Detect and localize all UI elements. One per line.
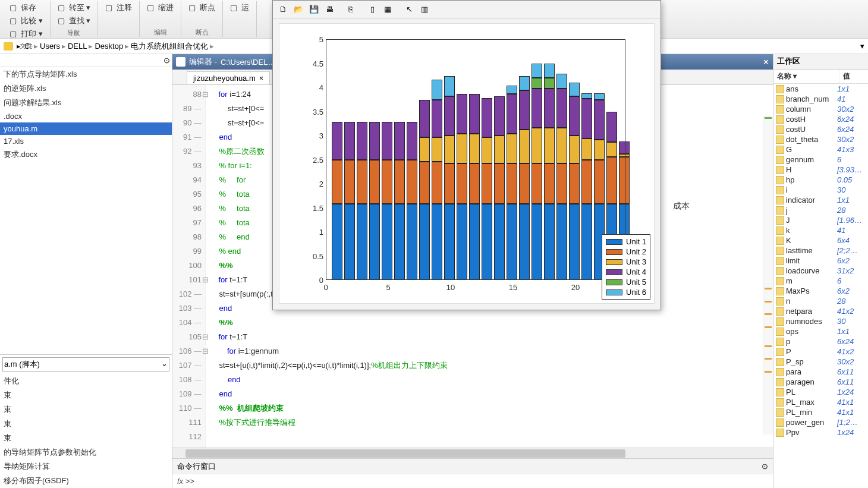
workspace-variable-row[interactable]: netpara41x2 <box>773 306 868 316</box>
insert-colorbar-icon[interactable]: ▯ <box>366 3 379 16</box>
outline-item[interactable]: 件化 <box>0 374 172 388</box>
bar-column[interactable] <box>357 122 367 280</box>
new-figure-icon[interactable]: 🗋 <box>276 3 290 16</box>
workspace-variable-row[interactable]: MaxPs6x2 <box>773 286 868 296</box>
workspace-variable-row[interactable]: n28 <box>773 296 868 306</box>
workspace-variable-row[interactable]: numnodes30 <box>773 316 868 326</box>
workspace-variable-row[interactable]: paragen6x11 <box>773 377 868 387</box>
workspace-variable-row[interactable]: m6 <box>773 276 868 286</box>
workspace-variable-row[interactable]: K6x4 <box>773 235 868 245</box>
bar-column[interactable] <box>419 100 430 280</box>
link-plot-icon[interactable]: ⎘ <box>344 3 357 16</box>
workspace-variable-row[interactable]: lasttime[2;2… <box>773 245 868 256</box>
drive-chevron[interactable]: ▸ <box>17 42 21 51</box>
workspace-variable-row[interactable]: indicator1x1 <box>773 195 868 205</box>
legend-entry[interactable]: Unit 1 <box>606 237 646 247</box>
bar-column[interactable] <box>532 64 542 280</box>
run-button[interactable]: ▢运 <box>228 1 251 14</box>
find-button[interactable]: ▢查找 ▾ <box>55 14 93 27</box>
workspace-variable-row[interactable]: i30 <box>773 185 868 195</box>
outline-item[interactable]: 导纳矩阵计算 <box>0 459 172 474</box>
bar-column[interactable] <box>344 122 355 280</box>
file-item[interactable]: 17.xls <box>0 135 172 147</box>
bar-column[interactable] <box>581 93 592 280</box>
bar-column[interactable] <box>556 74 567 280</box>
workspace-var-list[interactable]: ans1x1branch_num41column30x2costH6x24cos… <box>773 84 868 488</box>
legend-entry[interactable]: Unit 3 <box>606 257 646 267</box>
workspace-variable-row[interactable]: j28 <box>773 205 868 215</box>
file-item[interactable]: 要求.docx <box>0 147 172 162</box>
cmd-menu-icon[interactable]: ⊙ <box>762 462 768 471</box>
workspace-variable-row[interactable]: dot_theta30x2 <box>773 134 868 144</box>
outline-item[interactable]: 束 <box>0 431 172 445</box>
outline-item[interactable]: 移分布因子(GSDF) <box>0 474 172 488</box>
file-item[interactable]: .docx <box>0 110 172 122</box>
file-item[interactable]: 的逆矩阵.xls <box>0 81 172 96</box>
addr-dropdown-icon[interactable]: ▾ <box>860 42 864 51</box>
workspace-variable-row[interactable]: P_sp30x2 <box>773 357 868 367</box>
tab-close-icon[interactable]: × <box>259 74 264 83</box>
legend-entry[interactable]: Unit 4 <box>606 267 646 277</box>
workspace-variable-row[interactable]: gennum6 <box>773 155 868 165</box>
bar-column[interactable] <box>444 76 455 280</box>
workspace-variable-row[interactable]: power_gen[1;2… <box>773 417 868 427</box>
editor-close-button[interactable]: ✕ <box>763 58 769 67</box>
script-selector[interactable]: a.m (脚本) ⌄ <box>2 357 169 371</box>
workspace-variable-row[interactable]: G41x3 <box>773 144 868 155</box>
bar-column[interactable] <box>494 96 505 280</box>
file-item[interactable]: 下的节点导纳矩阵.xls <box>0 67 172 81</box>
workspace-variable-row[interactable]: PL_max41x1 <box>773 397 868 407</box>
compare-button[interactable]: ▢比较 ▾ <box>7 14 45 27</box>
bar-column[interactable] <box>457 94 467 280</box>
command-prompt[interactable]: fx >> <box>172 474 773 488</box>
figure-canvas[interactable]: 00.511.522.533.544.55 05101520 Unit 1Uni… <box>279 23 655 304</box>
bar-column[interactable] <box>369 122 380 280</box>
bar-column[interactable] <box>507 86 517 280</box>
insert-legend-icon[interactable]: ▦ <box>381 3 394 16</box>
workspace-variable-row[interactable]: hp0.05 <box>773 175 868 185</box>
bar-column[interactable] <box>519 76 530 280</box>
editor-tab[interactable]: jizuzuheyouhua.m × <box>187 71 270 84</box>
print-figure-icon[interactable]: 🖶 <box>323 3 336 16</box>
save-button[interactable]: ▢保存 <box>7 1 45 14</box>
workspace-variable-row[interactable]: J[1.96… <box>773 215 868 225</box>
breadcrumb-item[interactable]: 电力系统机组组合优化 <box>131 42 208 51</box>
workspace-variable-row[interactable]: PL_min41x1 <box>773 407 868 417</box>
save-figure-icon[interactable]: 💾 <box>307 3 320 16</box>
breadcrumb-item[interactable]: Users <box>40 42 60 51</box>
editor-horizontal-scrollbar[interactable] <box>172 448 773 458</box>
legend-entry[interactable]: Unit 2 <box>606 247 646 257</box>
workspace-variable-row[interactable]: k41 <box>773 225 868 235</box>
code-marker-strip[interactable] <box>763 116 773 435</box>
outline-item[interactable]: 的导纳矩阵节点参数初始化 <box>0 445 172 459</box>
edit-plot-icon[interactable]: ↖ <box>402 3 416 16</box>
chart-legend[interactable]: Unit 1Unit 2Unit 3Unit 4Unit 5Unit 6 <box>602 234 650 300</box>
goto-button[interactable]: ▢转至 ▾ <box>55 1 93 14</box>
legend-entry[interactable]: Unit 5 <box>606 277 646 287</box>
breadcrumb-item[interactable]: DELL <box>68 42 87 51</box>
bar-column[interactable] <box>382 122 392 280</box>
breadcrumb-item[interactable]: C: <box>24 42 32 51</box>
workspace-variable-row[interactable]: Ppv1x24 <box>773 427 868 437</box>
bar-column[interactable] <box>407 122 417 280</box>
file-item[interactable]: youhua.m <box>0 122 172 135</box>
workspace-variable-row[interactable]: column30x2 <box>773 104 868 114</box>
print-button[interactable]: ▢打印 ▾ <box>7 27 45 40</box>
workspace-variable-row[interactable]: ops1x1 <box>773 326 868 336</box>
open-property-icon[interactable]: ▥ <box>418 3 431 16</box>
workspace-variable-row[interactable]: limit6x2 <box>773 256 868 266</box>
scrollbar-thumb[interactable] <box>185 449 625 458</box>
bar-column[interactable] <box>394 122 405 280</box>
panel-collapse-icon[interactable]: ⊙ <box>0 54 172 67</box>
workspace-value-col-header[interactable]: 值 <box>839 70 868 83</box>
outline-list[interactable]: 件化束束束束的导纳矩阵节点参数初始化导纳矩阵计算移分布因子(GSDF) <box>0 374 172 488</box>
workspace-variable-row[interactable]: H[3.93… <box>773 165 868 175</box>
comment-button[interactable]: ▢注释 <box>103 1 134 14</box>
outline-item[interactable]: 束 <box>0 417 172 431</box>
workspace-variable-row[interactable]: branch_num41 <box>773 94 868 104</box>
bp-button[interactable]: ▢断点 <box>186 1 218 14</box>
file-item[interactable]: 问题求解结果.xls <box>0 96 172 110</box>
workspace-name-col-header[interactable]: 名称 ▾ <box>773 70 839 83</box>
workspace-variable-row[interactable]: costH6x24 <box>773 114 868 124</box>
file-list[interactable]: 下的节点导纳矩阵.xls的逆矩阵.xls问题求解结果.xls.docxyouhu… <box>0 67 172 354</box>
